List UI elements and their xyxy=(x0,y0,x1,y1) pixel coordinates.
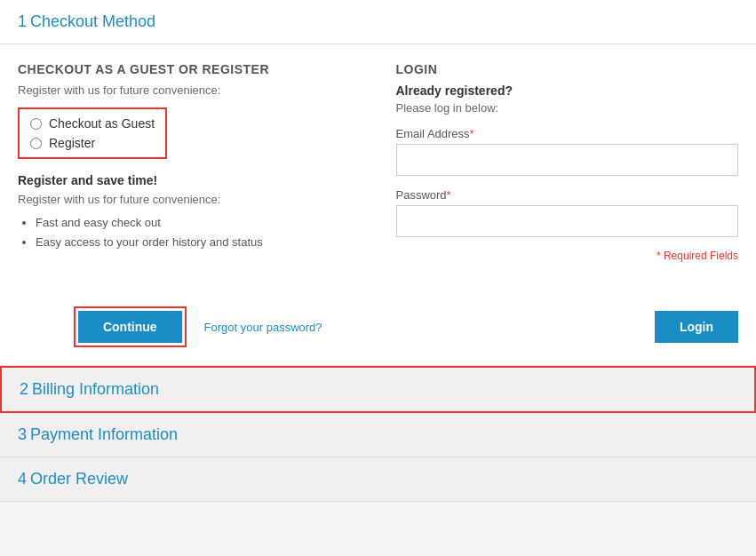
continue-btn-wrapper: Continue xyxy=(74,306,187,347)
checkout-method-title: 1 xyxy=(18,12,27,30)
checkout-method-body: CHECKOUT AS A GUEST OR REGISTER Register… xyxy=(0,44,756,298)
order-review-header[interactable]: 4 Order Review xyxy=(0,457,756,501)
guest-register-heading: CHECKOUT AS A GUEST OR REGISTER xyxy=(18,62,361,76)
billing-information-section: 2 Billing Information xyxy=(0,366,756,413)
please-login: Please log in below: xyxy=(396,101,739,115)
checkout-method-title-text: Checkout Method xyxy=(30,12,155,30)
email-required-star: * xyxy=(470,127,474,140)
required-fields-note: * Required Fields xyxy=(396,250,739,262)
order-title: Order Review xyxy=(30,470,128,488)
actions-right: Login xyxy=(378,311,739,343)
continue-button[interactable]: Continue xyxy=(78,311,182,343)
right-column: LOGIN Already registered? Please log in … xyxy=(396,62,739,271)
email-input[interactable] xyxy=(396,144,739,176)
radio-guest-input[interactable] xyxy=(30,118,42,130)
password-input[interactable] xyxy=(396,205,739,237)
billing-title: Billing Information xyxy=(32,380,159,398)
radio-register-input[interactable] xyxy=(30,138,42,149)
benefit-1: Fast and easy check out xyxy=(36,213,361,233)
left-column: CHECKOUT AS A GUEST OR REGISTER Register… xyxy=(18,62,361,271)
checkout-method-section: 1 Checkout Method CHECKOUT AS A GUEST OR… xyxy=(0,0,756,366)
actions-row: Continue Forgot your password? Login xyxy=(0,298,756,365)
radio-guest-label: Checkout as Guest xyxy=(49,116,155,131)
register-convenience: Register with us for future convenience: xyxy=(18,193,361,206)
benefits-list: Fast and easy check out Easy access to y… xyxy=(18,213,361,252)
benefit-2: Easy access to your order history and st… xyxy=(36,233,361,252)
radio-register[interactable]: Register xyxy=(30,136,155,150)
already-registered: Already registered? xyxy=(396,83,739,98)
email-label: Email Address* xyxy=(396,127,739,140)
login-heading: LOGIN xyxy=(396,62,739,76)
checkout-method-header: 1 Checkout Method xyxy=(0,0,756,44)
payment-step: 3 xyxy=(18,425,27,443)
radio-guest[interactable]: Checkout as Guest xyxy=(30,116,155,131)
register-prompt: Register with us for future convenience: xyxy=(18,83,361,97)
actions-left: Continue Forgot your password? xyxy=(18,306,378,347)
radio-group: Checkout as Guest Register xyxy=(18,107,167,159)
order-review-section: 4 Order Review xyxy=(0,457,756,502)
radio-register-label: Register xyxy=(49,136,95,150)
order-step: 4 xyxy=(18,470,27,488)
forgot-password-link[interactable]: Forgot your password? xyxy=(204,321,322,334)
password-label: Password* xyxy=(396,188,739,202)
login-button[interactable]: Login xyxy=(655,311,738,343)
page-wrapper: 1 Checkout Method CHECKOUT AS A GUEST OR… xyxy=(0,0,756,502)
payment-information-section: 3 Payment Information xyxy=(0,413,756,457)
save-time-heading: Register and save time! xyxy=(18,173,361,187)
billing-step: 2 xyxy=(20,380,28,398)
password-required-star: * xyxy=(447,188,451,202)
billing-information-header[interactable]: 2 Billing Information xyxy=(2,368,754,411)
payment-information-header[interactable]: 3 Payment Information xyxy=(0,413,756,457)
payment-title: Payment Information xyxy=(30,425,178,443)
